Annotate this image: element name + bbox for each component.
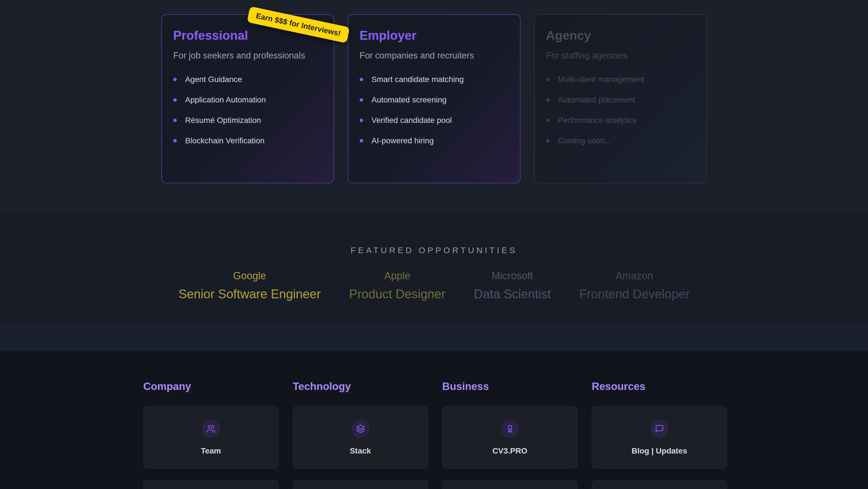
footer-column-company: Company Team	[143, 381, 279, 489]
plan-subtitle: For job seekers and professionals	[173, 51, 322, 61]
plan-feature-label: Automated placement	[558, 95, 635, 105]
plan-card-professional[interactable]: Professional For job seekers and profess…	[161, 14, 334, 183]
plan-feature: Résumé Optimization	[173, 116, 322, 125]
plan-title: Employer	[360, 28, 508, 42]
spacer-band	[0, 325, 868, 351]
featured-jobs-row: Google Senior Software Engineer Apple Pr…	[0, 270, 868, 301]
featured-job-apple: Apple Product Designer	[349, 270, 446, 301]
job-role: Frontend Developer	[579, 287, 689, 301]
job-company: Amazon	[579, 270, 689, 282]
plan-feature: Automated placement	[546, 95, 695, 105]
bullet-icon	[360, 98, 363, 102]
bullet-icon	[546, 119, 550, 122]
bullet-icon	[173, 78, 177, 81]
bullet-icon	[546, 78, 550, 81]
plan-feature: Performance analytics	[546, 116, 695, 125]
plan-feature-label: Performance analytics	[558, 116, 637, 125]
plan-title: Agency	[546, 28, 695, 42]
plan-feature: AI-powered hiring	[360, 136, 508, 145]
job-role: Senior Software Engineer	[179, 287, 320, 301]
plan-feature: Agent Guidance	[173, 75, 322, 84]
users-icon	[207, 424, 216, 433]
footer: Company Team Technology	[0, 351, 868, 489]
featured-job-microsoft: Microsoft Data Scientist	[474, 270, 551, 301]
page: Earn $$$ for Interviews! Professional Fo…	[0, 0, 868, 489]
plan-feature-label: Agent Guidance	[185, 75, 242, 84]
footer-card-label: Team	[201, 447, 221, 456]
plan-feature-label: Application Automation	[185, 95, 266, 105]
icon-badge	[351, 420, 370, 438]
footer-card-cv3pro[interactable]: CV3.PRO	[442, 406, 578, 468]
bullet-icon	[360, 139, 363, 142]
plan-feature-label: Verified candidate pool	[372, 116, 452, 125]
bullet-icon	[546, 98, 550, 102]
plan-feature-label: Smart candidate matching	[372, 75, 464, 84]
footer-card-label: CV3.PRO	[492, 447, 527, 456]
plan-feature-list: Agent Guidance Application Automation Ré…	[173, 75, 322, 145]
icon-badge	[202, 420, 220, 438]
featured-job-google: Google Senior Software Engineer	[179, 270, 320, 301]
plan-feature-label: Automated screening	[372, 95, 447, 105]
footer-column-resources: Resources Blog | Updates	[592, 381, 727, 489]
footer-column-technology: Technology Stack	[293, 381, 428, 489]
plan-feature: Smart candidate matching	[360, 75, 508, 84]
plan-feature: Application Automation	[173, 95, 322, 105]
plans-row: Professional For job seekers and profess…	[0, 14, 868, 183]
job-company: Apple	[349, 270, 446, 282]
bullet-icon	[173, 98, 177, 102]
plan-feature: Coming soon...	[546, 136, 695, 145]
plans-section: Earn $$$ for Interviews! Professional Fo…	[0, 0, 868, 212]
footer-column-title: Company	[143, 381, 279, 393]
plan-feature-list: Multi-client management Automated placem…	[546, 75, 695, 145]
plan-feature-label: Blockchain Verification	[185, 136, 265, 145]
icon-badge	[650, 420, 669, 438]
layers-icon	[356, 424, 365, 433]
footer-column-title: Technology	[293, 381, 428, 393]
plan-feature-label: Multi-client management	[558, 75, 645, 84]
job-role: Product Designer	[349, 287, 446, 301]
footer-card-stack[interactable]: Stack	[293, 406, 428, 468]
plan-feature: Verified candidate pool	[360, 116, 508, 125]
plan-card-agency: Agency For staffing agencies Multi-clien…	[534, 14, 707, 183]
bullet-icon	[360, 78, 363, 81]
plan-subtitle: For staffing agencies	[546, 51, 695, 61]
footer-card-partial[interactable]	[442, 480, 578, 489]
footer-card-blog[interactable]: Blog | Updates	[592, 406, 727, 468]
plan-feature-list: Smart candidate matching Automated scree…	[360, 75, 508, 145]
chat-icon	[655, 424, 664, 433]
bullet-icon	[360, 119, 363, 122]
footer-grid: Company Team Technology	[143, 381, 727, 489]
footer-card-team[interactable]: Team	[143, 406, 279, 468]
icon-badge	[501, 420, 519, 438]
footer-card-partial[interactable]	[143, 480, 279, 489]
featured-heading: FEATURED OPPORTUNITIES	[0, 246, 868, 255]
plan-feature: Blockchain Verification	[173, 136, 322, 145]
footer-column-title: Business	[442, 381, 578, 393]
award-icon	[505, 424, 515, 433]
footer-column-business: Business CV3.PRO	[442, 381, 578, 489]
footer-card-label: Blog | Updates	[631, 447, 687, 456]
plan-feature-label: Résumé Optimization	[185, 116, 261, 125]
plan-subtitle: For companies and recruiters	[360, 51, 508, 61]
footer-card-label: Stack	[350, 447, 371, 456]
job-company: Google	[179, 270, 320, 282]
plan-card-employer[interactable]: Employer For companies and recruiters Sm…	[348, 14, 521, 183]
bullet-icon	[546, 139, 550, 142]
footer-column-title: Resources	[592, 381, 727, 393]
bullet-icon	[173, 139, 177, 142]
job-role: Data Scientist	[474, 287, 551, 301]
plan-feature: Multi-client management	[546, 75, 695, 84]
footer-card-partial[interactable]	[592, 480, 727, 489]
plan-feature-label: Coming soon...	[558, 136, 611, 145]
job-company: Microsoft	[474, 270, 551, 282]
featured-job-amazon: Amazon Frontend Developer	[579, 270, 689, 301]
plan-feature-label: AI-powered hiring	[372, 136, 434, 145]
plan-feature: Automated screening	[360, 95, 508, 105]
bullet-icon	[173, 119, 177, 122]
footer-card-partial[interactable]	[293, 480, 428, 489]
featured-opportunities-section: FEATURED OPPORTUNITIES Google Senior Sof…	[0, 212, 868, 324]
